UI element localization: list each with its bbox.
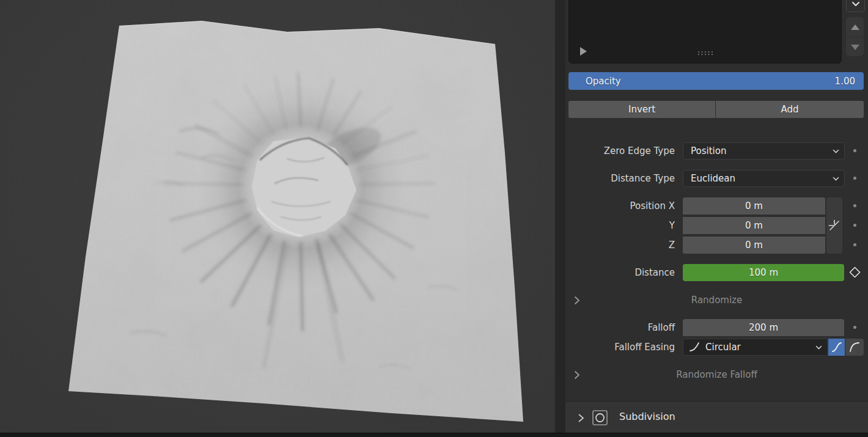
easing-out-toggle[interactable]: [845, 339, 864, 356]
circle-in-square-icon: [592, 409, 608, 426]
panel-edge-divider[interactable]: [555, 0, 566, 437]
3d-viewport[interactable]: [0, 0, 555, 437]
falloff-easing-dropdown[interactable]: Circular: [683, 339, 828, 356]
subdivision-toggle-button[interactable]: [592, 409, 608, 426]
chevron-right-icon: [578, 413, 584, 423]
falloff-label: Falloff: [565, 319, 675, 336]
animate-decorator-dot[interactable]: [853, 243, 856, 246]
position-y-field[interactable]: 0 m: [683, 217, 825, 234]
animate-decorator-dot[interactable]: [853, 204, 856, 207]
falloff-easing-label: Falloff Easing: [565, 339, 675, 356]
randomize-falloff-label: Randomize Falloff: [565, 369, 868, 380]
invert-button[interactable]: Invert: [568, 101, 715, 118]
sample-position-button[interactable]: [826, 197, 842, 254]
subdivision-label: Subdivision: [619, 411, 675, 422]
zero-edge-type-label: Zero Edge Type: [565, 142, 675, 160]
opacity-slider[interactable]: Opacity 1.00: [568, 72, 864, 90]
list-move-buttons: [846, 17, 864, 56]
animate-decorator-dot[interactable]: [853, 177, 856, 180]
falloff-easing-value: Circular: [701, 342, 815, 353]
zero-edge-type-dropdown[interactable]: Position: [683, 142, 845, 160]
zero-edge-type-value: Position: [683, 145, 833, 156]
falloff-field[interactable]: 200 m: [683, 319, 844, 336]
sample-location-icon: [828, 219, 841, 232]
ease-in-curve-icon: [688, 341, 701, 353]
triangle-down-icon: [851, 45, 859, 50]
distance-label: Distance: [565, 264, 675, 281]
grip-dots-icon[interactable]: [697, 51, 713, 56]
chevron-down-icon: [833, 149, 839, 153]
properties-panel: Opacity 1.00 Invert Add Zero Edge Type P…: [565, 0, 868, 437]
move-down-button[interactable]: [846, 37, 864, 56]
randomize-falloff-section-header[interactable]: Randomize Falloff: [565, 367, 868, 383]
chevron-right-icon: [574, 370, 580, 380]
terrain-mesh: [0, 0, 555, 437]
randomize-section-header[interactable]: Randomize: [565, 292, 868, 308]
triangle-up-icon: [851, 24, 859, 30]
easing-smooth-toggle[interactable]: [828, 339, 845, 356]
play-icon[interactable]: [580, 47, 587, 56]
animate-decorator-dot[interactable]: [853, 326, 856, 329]
add-button[interactable]: Add: [716, 101, 864, 118]
chevron-down-icon: [851, 1, 860, 7]
move-up-button[interactable]: [846, 17, 864, 37]
statusbar-edge: [0, 433, 868, 437]
opacity-label: Opacity: [568, 76, 835, 87]
chevron-down-icon: [833, 177, 839, 181]
chevron-down-icon: [815, 345, 822, 350]
position-z-field[interactable]: 0 m: [683, 237, 825, 254]
randomize-label: Randomize: [565, 295, 868, 306]
position-y-label: Y: [565, 217, 675, 234]
animate-decorator-dot[interactable]: [853, 149, 856, 152]
distance-field[interactable]: 100 m: [683, 264, 844, 281]
subdivision-panel-header[interactable]: Subdivision: [565, 402, 868, 433]
position-x-field[interactable]: 0 m: [683, 197, 825, 215]
opacity-value: 1.00: [835, 76, 864, 87]
distance-type-dropdown[interactable]: Euclidean: [683, 170, 845, 187]
position-z-label: Z: [565, 237, 675, 254]
curve-preview-box[interactable]: [568, 0, 842, 64]
distance-type-value: Euclidean: [683, 173, 833, 184]
keyframe-diamond-icon[interactable]: [848, 266, 861, 279]
animate-decorator-dot[interactable]: [853, 224, 856, 227]
ease-out-curve-icon: [848, 341, 861, 353]
distance-type-label: Distance Type: [565, 170, 675, 187]
smooth-curve-icon: [831, 341, 843, 353]
app-window: Opacity 1.00 Invert Add Zero Edge Type P…: [0, 0, 868, 437]
preview-menu-button[interactable]: [846, 0, 865, 12]
position-x-label: Position X: [565, 197, 675, 215]
chevron-right-icon: [574, 296, 580, 305]
